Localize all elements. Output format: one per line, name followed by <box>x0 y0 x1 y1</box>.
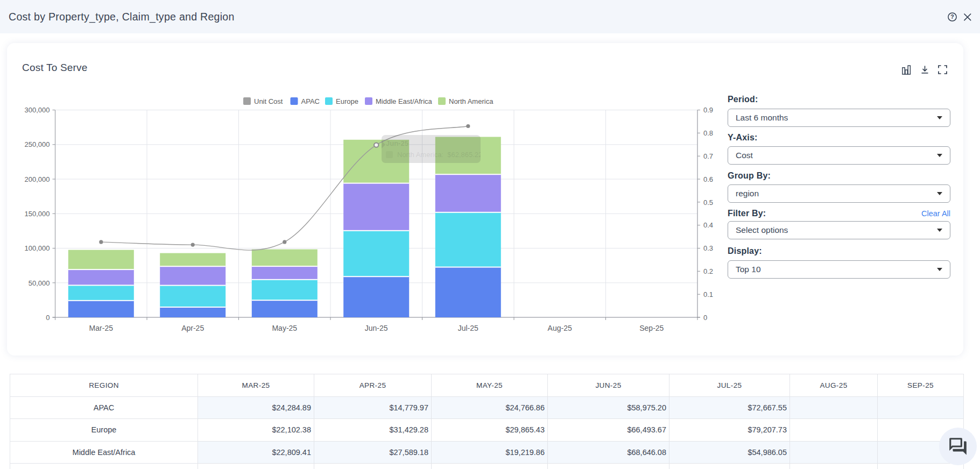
svg-text:0.3: 0.3 <box>703 244 713 252</box>
svg-text:0.1: 0.1 <box>703 290 713 299</box>
svg-text:Jul-25: Jul-25 <box>458 324 478 332</box>
svg-text:APAC: APAC <box>301 97 320 105</box>
svg-text:?: ? <box>950 13 954 20</box>
svg-text:0.7: 0.7 <box>703 152 713 160</box>
svg-text:0.4: 0.4 <box>703 221 713 229</box>
svg-text:250,000: 250,000 <box>25 140 50 148</box>
svg-text:Sep-25: Sep-25 <box>639 324 664 332</box>
svg-text:0.9: 0.9 <box>703 106 713 114</box>
svg-text:100,000: 100,000 <box>25 244 50 252</box>
svg-text:200,000: 200,000 <box>25 175 50 183</box>
svg-text:Middle East/Africa: Middle East/Africa <box>376 97 433 105</box>
svg-text:May-25: May-25 <box>272 324 297 332</box>
svg-text:0.2: 0.2 <box>703 267 713 275</box>
svg-text:0.5: 0.5 <box>703 198 713 207</box>
svg-text:150,000: 150,000 <box>25 210 50 218</box>
svg-text:Jun-25: Jun-25 <box>365 324 388 332</box>
svg-text:Europe: Europe <box>336 97 358 105</box>
svg-text:Apr-25: Apr-25 <box>181 324 204 332</box>
svg-text:300,000: 300,000 <box>25 106 50 114</box>
svg-text:0: 0 <box>46 314 50 322</box>
svg-text:0.6: 0.6 <box>703 175 713 183</box>
svg-text:Aug-25: Aug-25 <box>548 324 572 332</box>
svg-text:North America: North America <box>449 97 493 105</box>
svg-text:50,000: 50,000 <box>29 279 50 287</box>
svg-text:0: 0 <box>703 314 707 322</box>
svg-text:Unit Cost: Unit Cost <box>254 97 283 105</box>
svg-text:0.8: 0.8 <box>703 129 713 137</box>
svg-text:Mar-25: Mar-25 <box>89 324 114 332</box>
